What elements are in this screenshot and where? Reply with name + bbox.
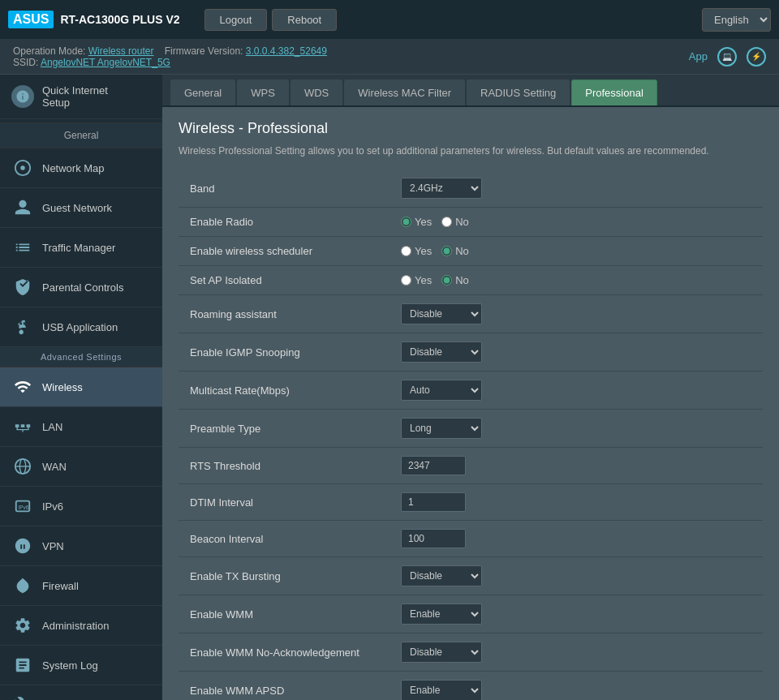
select-tx-bursting[interactable]: DisableEnable <box>401 565 482 586</box>
select-band[interactable]: 2.4GHz5GHz <box>401 178 482 199</box>
radio-wireless-scheduler-no[interactable] <box>441 246 452 256</box>
input-rts-threshold[interactable] <box>401 456 466 475</box>
radio-label-wireless-scheduler-no[interactable]: No <box>441 245 469 257</box>
label-multicast-rate: Multicast Rate(Mbps) <box>179 371 390 410</box>
tab-general[interactable]: General <box>170 79 235 105</box>
radio-label-ap-isolated-yes[interactable]: Yes <box>401 274 432 286</box>
usb-application-icon <box>11 316 34 338</box>
logout-button[interactable]: Logout <box>204 9 268 31</box>
radio-label-enable-radio-no[interactable]: No <box>441 216 469 228</box>
sidebar-item-vpn[interactable]: VPN <box>0 526 162 566</box>
sidebar-item-ipv6[interactable]: IPv6 IPv6 <box>0 487 162 526</box>
control-wireless-scheduler[interactable]: Yes No <box>390 237 763 266</box>
control-dtim-interval[interactable] <box>390 484 763 521</box>
label-wireless-scheduler: Enable wireless scheduler <box>179 237 390 266</box>
label-wmm: Enable WMM <box>179 595 390 633</box>
sidebar-item-lan[interactable]: LAN <box>0 407 162 447</box>
control-beacon-interval[interactable] <box>390 521 763 557</box>
sidebar-label-usb-application: USB Application <box>42 321 118 333</box>
table-row: Enable TX BurstingDisableEnable <box>179 557 763 595</box>
administration-icon <box>11 614 34 637</box>
select-wmm-no-ack[interactable]: DisableEnable <box>401 642 482 663</box>
table-row: Enable Radio Yes No <box>179 208 763 237</box>
wireless-tabs: General WPS WDS Wireless MAC Filter RADI… <box>162 75 779 107</box>
tab-professional[interactable]: Professional <box>571 79 657 105</box>
select-multicast-rate[interactable]: Auto125.511 <box>401 380 482 401</box>
table-row: Beacon Interval <box>179 521 763 557</box>
ipv6-icon: IPv6 <box>11 495 34 517</box>
sidebar-item-network-map[interactable]: Network Map <box>0 148 162 188</box>
radio-label-ap-isolated-no[interactable]: No <box>441 274 469 286</box>
select-preamble-type[interactable]: LongShort <box>401 418 482 439</box>
reboot-button[interactable]: Reboot <box>272 9 337 31</box>
control-wmm-no-ack[interactable]: DisableEnable <box>390 633 763 672</box>
control-enable-radio[interactable]: Yes No <box>390 208 763 237</box>
control-preamble-type[interactable]: LongShort <box>390 410 763 448</box>
control-multicast-rate[interactable]: Auto125.511 <box>390 371 763 410</box>
table-row: DTIM Interval <box>179 484 763 521</box>
tab-radius[interactable]: RADIUS Setting <box>467 79 570 105</box>
control-wmm-apsd[interactable]: EnableDisable <box>390 672 763 701</box>
tab-wds[interactable]: WDS <box>291 79 342 105</box>
input-beacon-interval[interactable] <box>401 529 466 548</box>
page-description: Wireless Professional Setting allows you… <box>179 145 763 157</box>
input-dtim-interval[interactable] <box>401 492 466 512</box>
radio-ap-isolated-no[interactable] <box>441 275 452 286</box>
ssid-values[interactable]: AngelovNET AngelovNET_5G <box>41 57 170 68</box>
radio-ap-isolated-yes[interactable] <box>401 275 411 286</box>
sidebar-item-wan[interactable]: WAN <box>0 447 162 487</box>
asus-logo: ASUS <box>8 11 54 28</box>
control-rts-threshold[interactable] <box>390 448 763 484</box>
info-left: Operation Mode: Wireless router Firmware… <box>13 45 327 68</box>
language-select[interactable]: English <box>702 8 771 32</box>
vpn-icon <box>11 535 34 557</box>
radio-enable-radio-yes[interactable] <box>401 217 411 227</box>
select-roaming-assistant[interactable]: DisableEnable <box>401 303 482 324</box>
table-row: Roaming assistantDisableEnable <box>179 295 763 333</box>
select-igmp-snooping[interactable]: DisableEnable <box>401 341 482 363</box>
sidebar-label-firewall: Firewall <box>42 580 79 592</box>
page-title: Wireless - Professional <box>179 120 763 137</box>
quick-setup-label: Quick InternetSetup <box>42 84 108 109</box>
control-tx-bursting[interactable]: DisableEnable <box>390 557 763 595</box>
control-ap-isolated[interactable]: Yes No <box>390 266 763 295</box>
tab-mac-filter[interactable]: Wireless MAC Filter <box>344 79 465 105</box>
select-wmm[interactable]: EnableDisable <box>401 603 482 625</box>
sidebar-label-lan: LAN <box>42 421 62 433</box>
header-buttons: Logout Reboot <box>204 9 338 31</box>
radio-enable-radio-no[interactable] <box>441 217 452 227</box>
network-map-icon <box>11 157 34 179</box>
tab-wps[interactable]: WPS <box>237 79 289 105</box>
operation-mode-value[interactable]: Wireless router <box>88 45 154 57</box>
sidebar-item-firewall[interactable]: Firewall <box>0 566 162 606</box>
parental-controls-icon <box>11 276 34 298</box>
control-roaming-assistant[interactable]: DisableEnable <box>390 295 763 333</box>
sidebar-item-guest-network[interactable]: Guest Network <box>0 188 162 228</box>
sidebar-label-vpn: VPN <box>42 540 64 552</box>
content-inner: Wireless - Professional Wireless Profess… <box>162 107 779 700</box>
sidebar-item-usb-application[interactable]: USB Application <box>0 307 162 347</box>
sidebar-item-wireless[interactable]: Wireless <box>0 367 162 407</box>
sidebar-item-traffic-manager[interactable]: Traffic Manager <box>0 228 162 268</box>
traffic-manager-icon <box>11 236 34 259</box>
radio-label-enable-radio-yes[interactable]: Yes <box>401 216 432 228</box>
control-band[interactable]: 2.4GHz5GHz <box>390 170 763 208</box>
sidebar-item-administration[interactable]: Administration <box>0 606 162 646</box>
select-wmm-apsd[interactable]: EnableDisable <box>401 680 482 700</box>
svg-rect-3 <box>21 424 25 427</box>
sidebar-item-parental-controls[interactable]: Parental Controls <box>0 268 162 307</box>
radio-wireless-scheduler-yes[interactable] <box>401 246 411 256</box>
sidebar-item-system-log[interactable]: System Log <box>0 646 162 685</box>
advanced-section-label: Advanced Settings <box>0 347 162 367</box>
control-igmp-snooping[interactable]: DisableEnable <box>390 333 763 371</box>
sidebar: Quick InternetSetup General Network Map … <box>0 75 162 700</box>
sidebar-item-quick-setup[interactable]: Quick InternetSetup <box>0 75 162 119</box>
firmware-value[interactable]: 3.0.0.4.382_52649 <box>246 45 327 57</box>
app-label: App <box>689 50 708 62</box>
control-wmm[interactable]: EnableDisable <box>390 595 763 633</box>
sidebar-label-wireless: Wireless <box>42 381 83 393</box>
table-row: Multicast Rate(Mbps)Auto125.511 <box>179 371 763 410</box>
sidebar-item-network-tools[interactable]: Network Tools <box>0 685 162 700</box>
radio-label-wireless-scheduler-yes[interactable]: Yes <box>401 245 432 257</box>
layout: Quick InternetSetup General Network Map … <box>0 75 779 700</box>
